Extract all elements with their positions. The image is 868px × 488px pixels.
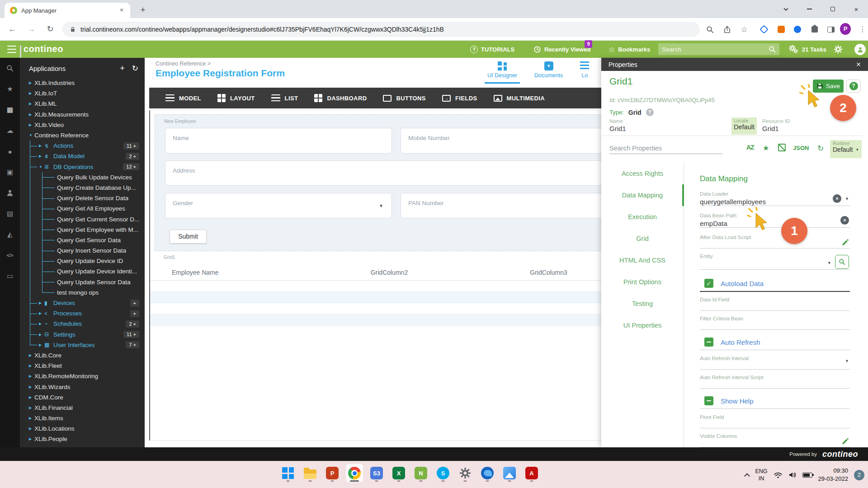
sidebar-item-xlib-video[interactable]: ▶XLib.Video (20, 120, 145, 130)
taskbar-explorer[interactable] (302, 464, 319, 482)
address-bar[interactable]: trial.contineonx.com/contineo/webapps/ap… (62, 22, 700, 37)
grid-row[interactable] (150, 281, 628, 292)
tree-expand-icon[interactable]: ▶ (39, 333, 44, 337)
share-icon[interactable] (722, 24, 732, 35)
sidebar-item-xlib-measurements[interactable]: ▶XLib.Measurements (20, 109, 145, 120)
browser-tab[interactable]: App Manager × (5, 3, 130, 18)
tree-expand-icon[interactable]: ▶ (39, 343, 44, 347)
grid-row[interactable] (150, 314, 628, 326)
tree-expand-icon[interactable]: ▶ (29, 102, 34, 106)
tab-search-icon[interactable] (774, 0, 797, 18)
sidebar-item-schedules[interactable]: ▶◔Schedules2 + (20, 319, 145, 329)
sidebar-item-query-create-database-up-[interactable]: Query Create Database Up... (20, 183, 145, 193)
breadcrumb[interactable]: Contineo Reference > (156, 61, 211, 67)
tree-expand-icon[interactable]: ▶ (29, 437, 34, 441)
reload-button[interactable]: ↻ (44, 23, 56, 35)
tree-expand-icon[interactable]: ▶ (39, 322, 44, 326)
tree-expand-icon[interactable]: ▶ (29, 406, 34, 410)
locale-chip[interactable]: Locale Default (731, 117, 757, 135)
address-field[interactable]: Address (165, 160, 627, 186)
taskbar-start[interactable] (279, 464, 297, 482)
sidebar-item-devices[interactable]: ▶▮Devices+ (20, 298, 145, 308)
tree-expand-icon[interactable]: ▶ (39, 301, 44, 305)
runtime-mode-dropdown[interactable]: Runtime Default▼ (830, 140, 862, 158)
mobile-number-field[interactable]: Mobile Number (401, 128, 627, 154)
global-search-input[interactable] (662, 46, 769, 53)
taskbar-s3[interactable]: S3 (368, 464, 385, 482)
tree-expand-icon[interactable]: ▶ (29, 123, 34, 127)
search-icon[interactable] (0, 58, 20, 79)
taskbar-chrome[interactable] (346, 464, 363, 482)
autoload-data-checkbox[interactable]: ✓ (704, 279, 713, 288)
auto-refresh-checkbox[interactable] (704, 338, 713, 347)
name-field[interactable]: Name (165, 128, 392, 154)
toolbar-multimedia[interactable]: MULTIMEDIA (494, 95, 545, 102)
browser-menu-icon[interactable]: ⋮ (857, 24, 868, 35)
sidebar-item-data-model[interactable]: ▶⋔Data Model2 + (20, 151, 145, 161)
employee-grid[interactable]: Employee NameGridColumn2GridColumn3 (150, 264, 628, 326)
caret-down-icon[interactable]: ▼ (845, 359, 849, 363)
account-avatar[interactable] (854, 44, 866, 55)
tree-expand-icon[interactable]: ▶ (39, 144, 44, 148)
bookmark-star-icon[interactable]: ☆ (739, 24, 750, 35)
cloud-icon[interactable]: ☁ (0, 120, 20, 141)
battery-icon[interactable] (802, 473, 812, 478)
link-extension-icon[interactable] (759, 24, 769, 35)
sidebar-item-query-bulk-update-devices[interactable]: Query Bulk Update Devices (20, 172, 145, 183)
sidebar-item-query-get-sensor-data[interactable]: Query Get Sensor Data (20, 235, 145, 245)
panel-close-icon[interactable]: × (856, 60, 861, 69)
grid-row[interactable] (150, 303, 628, 314)
toolbar-layout[interactable]: LAYOUT (217, 94, 255, 102)
sidebar-item-xlib-ml[interactable]: ▶XLib.ML (20, 99, 145, 109)
side-panel-icon[interactable] (826, 24, 836, 35)
clear-icon[interactable]: × (840, 216, 849, 225)
tree-expand-icon[interactable]: ▶ (29, 395, 34, 399)
sidebar-item-xlib-wizards[interactable]: ▶XLib.Wizards (20, 381, 145, 392)
contacts-icon[interactable]: ▤ (0, 203, 20, 224)
tree-expand-icon[interactable]: ▶ (29, 385, 34, 389)
tab-lo[interactable]: Lo (577, 60, 592, 84)
sidebar-item-query-get-all-employees[interactable]: Query Get All Employees (20, 203, 145, 214)
property-tab-data-mapping[interactable]: Data Mapping (601, 184, 684, 206)
toolbar-dashboard[interactable]: DASHBOARD (314, 94, 367, 102)
close-button[interactable]: × (844, 0, 868, 18)
clock[interactable]: 09:30 29-03-2022 (818, 467, 849, 483)
edit-pencil-icon[interactable] (841, 238, 849, 245)
toolbar-list[interactable]: LIST (271, 94, 298, 102)
new-tab-button[interactable]: + (137, 4, 149, 16)
recently-viewed-button[interactable]: Recently Viewed 9 (533, 41, 590, 58)
property-tab-ui-properties[interactable]: UI Properties (601, 314, 684, 336)
sort-az-icon[interactable]: AZ (746, 144, 754, 151)
package-icon[interactable]: ▣ (0, 162, 20, 183)
add-item-badge[interactable]: + (130, 300, 139, 307)
tray-chevron-icon[interactable] (745, 473, 750, 479)
sidebar-item-query-get-employee-with-m-[interactable]: Query Get Employee with M... (20, 225, 145, 235)
sidebar-item-settings[interactable]: ▶⊟Settings11 + (20, 329, 145, 340)
tree-collapse-icon[interactable]: ▼ (29, 133, 34, 137)
sidebar-item-xlib-industries[interactable]: ▶XLib.Industries (20, 78, 145, 88)
sidebar-item-xlib-iot[interactable]: ▶XLib.IoT (20, 88, 145, 99)
entity-search-button[interactable] (835, 255, 849, 269)
grid-column-header[interactable]: Employee Name (150, 269, 310, 276)
show-help-checkbox[interactable] (704, 396, 713, 405)
taskbar-acrobat[interactable]: A (523, 464, 540, 482)
taskbar-powerpoint[interactable]: P (324, 464, 341, 482)
add-item-badge[interactable]: 11 + (123, 331, 139, 338)
clear-icon[interactable]: × (833, 194, 841, 203)
notification-badge[interactable]: 2 (854, 470, 864, 480)
sidebar-item-xlib-items[interactable]: ▶XLib.Items (20, 413, 145, 423)
sidebar-item-query-get-current-sensor-d-[interactable]: Query Get Current Sensor D... (20, 214, 145, 224)
gender-select[interactable]: Gender ▼ (165, 193, 392, 218)
record-icon[interactable]: ● (0, 141, 20, 162)
favorites-filter-icon[interactable]: ★ (763, 144, 769, 152)
sidebar-item-query-update-sensor-data[interactable]: Query Update Sensor Data (20, 277, 145, 287)
type-help-icon[interactable]: ? (646, 108, 654, 116)
tree-expand-icon[interactable]: ▶ (29, 427, 34, 431)
back-button[interactable]: ← (6, 23, 18, 35)
sidebar-item-test-mongo-ops[interactable]: test mongo ops (20, 287, 145, 298)
settings-gear-icon[interactable] (834, 45, 842, 53)
grid-row[interactable] (150, 292, 628, 303)
caret-down-icon[interactable]: ▼ (827, 261, 831, 265)
tree-expand-icon[interactable]: ▶ (39, 154, 44, 158)
sidebar-item-xlib-locations[interactable]: ▶XLib.Locations (20, 423, 145, 434)
